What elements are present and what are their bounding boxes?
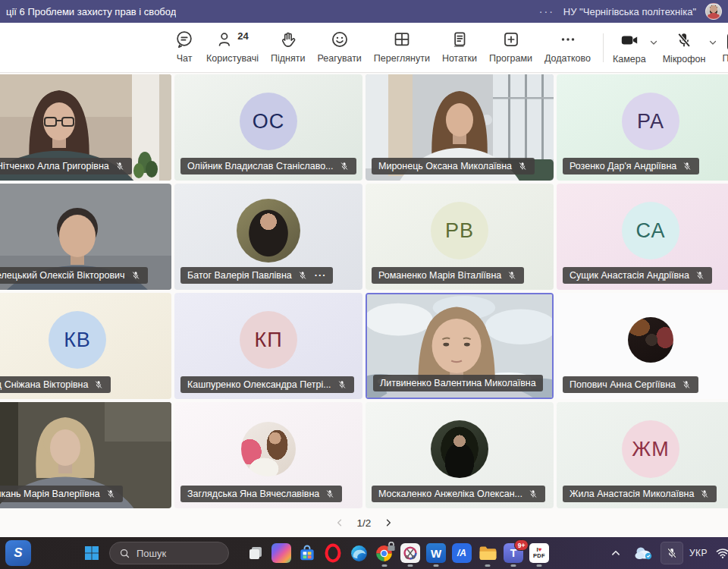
participant-name: Романенко Марія Віталіївна (378, 270, 501, 281)
participant-name-label: Сущик Анастасія Андріївна (563, 267, 712, 284)
react-icon (330, 30, 350, 52)
people-button[interactable]: 24Користувачі (200, 29, 265, 67)
initials-avatar: КП (240, 311, 297, 369)
participant-name-label: Заглядська Яна Вячеславівна (180, 486, 342, 502)
react-button[interactable]: Реагувати (311, 29, 367, 67)
tray-chevron-up-icon[interactable] (606, 538, 626, 568)
word-icon[interactable]: W (423, 538, 449, 568)
mic-muted-icon (517, 161, 528, 171)
mic-muted-icon (674, 30, 694, 52)
participant-name: Батог Валерія Павлівна (187, 270, 292, 281)
mic-muted-icon (507, 270, 517, 281)
participant-name: Попович Анна Сергіївна (570, 379, 676, 390)
participant-tile[interactable]: ЖМЖила Анастасія Миколаївна (557, 402, 728, 508)
participant-name: Нітченко Алла Григорівна (0, 161, 109, 171)
participant-name: Сущик Анастасія Андріївна (570, 270, 689, 281)
opera-icon[interactable] (320, 538, 346, 568)
user-avatar[interactable] (705, 3, 722, 20)
apps-button[interactable]: Програми (483, 29, 538, 67)
mic-muted-icon (337, 379, 347, 390)
start-button[interactable] (79, 538, 105, 568)
mic-muted-icon (699, 489, 710, 499)
tray-mic-muted-icon[interactable] (661, 542, 683, 564)
snipping-tool-icon[interactable] (397, 538, 423, 568)
search-box[interactable]: Пошук (109, 542, 229, 564)
raise-button[interactable]: Підняти (265, 29, 311, 67)
page-prev-icon[interactable] (334, 517, 345, 528)
more-button[interactable]: Додатково (538, 29, 597, 67)
notes-icon (450, 30, 469, 52)
participant-tile[interactable]: КВц Сніжана Вікторівна (0, 293, 171, 399)
participant-name-label: Розенко Дар'я Андріївна (563, 158, 699, 174)
mic-muted-icon (130, 270, 141, 281)
participant-tile[interactable]: елецький Олексій Вікторович (0, 184, 171, 290)
mic-muted-icon (339, 161, 350, 171)
participant-tile[interactable]: РВРоманенко Марія Віталіївна (366, 184, 554, 290)
search-placeholder: Пошук (136, 548, 166, 559)
view-button[interactable]: Переглянути (368, 29, 436, 67)
mic-muted-icon (681, 379, 692, 390)
mic-chevron-down-icon[interactable] (708, 38, 717, 47)
participant-name-label: Романенко Марія Віталіївна (372, 267, 524, 284)
tile-more-icon[interactable]: ··· (315, 270, 327, 281)
ilovepdf-icon[interactable]: I♥PDF (526, 538, 552, 568)
page-next-icon[interactable] (383, 517, 394, 528)
participant-name-label: Москаленко Анжеліка Олексан... (372, 486, 545, 502)
react-label: Реагувати (317, 53, 361, 64)
photo-avatar (241, 422, 296, 476)
wifi-icon[interactable] (714, 538, 728, 568)
screen-recorder-icon[interactable]: S (3, 538, 33, 568)
camera-chevron-down-icon[interactable] (649, 38, 658, 47)
participant-name-label: Литвиненко Валентина Миколаївна (373, 375, 543, 391)
mic-muted-icon (93, 379, 104, 390)
participant-tile[interactable]: Москаленко Анжеліка Олексан... (366, 402, 554, 508)
toolbar-divider (603, 33, 604, 62)
participant-tile[interactable]: Миронець Оксана Миколаївна (366, 74, 554, 181)
colorful-app-icon[interactable] (268, 538, 294, 568)
search-icon (119, 548, 130, 559)
more-icon (558, 30, 578, 52)
chat-button[interactable]: Чат (168, 29, 200, 67)
participant-tile[interactable]: САСущик Анастасія Андріївна (557, 184, 728, 290)
mic-muted-icon (297, 270, 308, 281)
participant-tile[interactable]: РАРозенко Дар'я Андріївна (557, 74, 728, 181)
more-label: Додатково (544, 53, 591, 64)
raise-icon (278, 30, 298, 52)
language-indicator[interactable]: УКР (689, 548, 708, 558)
microphone-button[interactable]: Мікрофон (661, 27, 708, 68)
camera-button[interactable]: Камера (611, 27, 648, 68)
chat-label: Чат (177, 53, 193, 64)
file-explorer-icon[interactable] (475, 538, 500, 568)
weather-icon[interactable] (632, 538, 654, 568)
diia-icon[interactable]: /А (449, 538, 475, 568)
apps-icon (501, 30, 521, 52)
mic-muted-icon (325, 489, 335, 499)
initials-avatar: КВ (49, 311, 106, 369)
participant-tile[interactable]: Батог Валерія Павлівна··· (174, 184, 362, 290)
titlebar-more-icon[interactable]: ··· (539, 5, 554, 17)
participant-name-label: ц Сніжана Вікторівна (0, 376, 111, 393)
edge-icon[interactable] (346, 538, 372, 568)
share-button[interactable]: Поділи (720, 29, 728, 67)
chrome-icon[interactable] (372, 538, 397, 568)
participant-name: Миронець Оксана Миколаївна (378, 161, 512, 171)
gallery-pagination: 1/2 (0, 508, 728, 537)
windows-taskbar: SПошукW/АT9+I♥PDF УКР (0, 537, 728, 569)
participant-tile[interactable]: ОСОлійник Владислав Станіславо... (174, 74, 362, 181)
participant-tile[interactable]: чкань Марія Валеріївна (0, 402, 171, 508)
task-view-icon[interactable] (243, 538, 268, 568)
notes-button[interactable]: Нотатки (436, 29, 483, 67)
camera-label: Камера (613, 54, 646, 64)
participant-tile[interactable]: Нітченко Алла Григорівна (0, 74, 171, 181)
participant-tile[interactable]: Попович Анна Сергіївна (557, 293, 728, 399)
photo-avatar (628, 317, 673, 363)
participant-tile[interactable]: Литвиненко Валентина Миколаївна (366, 293, 554, 399)
mic-muted-icon (105, 489, 116, 499)
participant-name: Розенко Дар'я Андріївна (570, 161, 676, 171)
participant-tile[interactable]: Заглядська Яна Вячеславівна (174, 402, 362, 508)
participant-tile[interactable]: КПКашпуренко Олександра Петрі... (174, 293, 362, 399)
microsoft-store-icon[interactable] (294, 538, 320, 568)
initials-avatar: СА (622, 202, 679, 259)
teams-icon[interactable]: T9+ (500, 538, 526, 568)
mic-muted-icon (695, 270, 705, 281)
